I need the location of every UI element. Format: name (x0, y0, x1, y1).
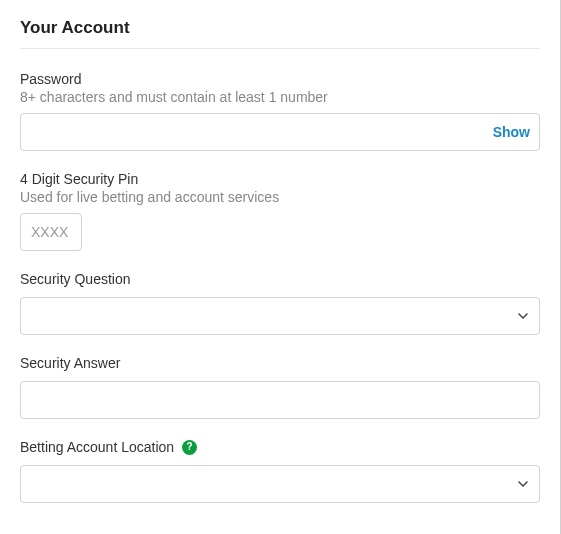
pin-group: 4 Digit Security Pin Used for live betti… (20, 171, 540, 251)
password-group: Password 8+ characters and must contain … (20, 71, 540, 151)
password-label: Password (20, 71, 540, 87)
betting-location-select-wrap (20, 465, 540, 503)
betting-location-group: Betting Account Location ? (20, 439, 540, 503)
password-hint: 8+ characters and must contain at least … (20, 89, 540, 105)
security-question-label: Security Question (20, 271, 540, 287)
security-answer-field[interactable] (20, 381, 540, 419)
security-question-select[interactable] (20, 297, 540, 335)
section-divider (20, 48, 540, 49)
betting-location-label-row: Betting Account Location ? (20, 439, 540, 455)
pin-label: 4 Digit Security Pin (20, 171, 540, 187)
show-password-button[interactable]: Show (493, 124, 530, 140)
help-icon[interactable]: ? (182, 440, 197, 455)
pin-hint: Used for live betting and account servic… (20, 189, 540, 205)
section-title: Your Account (20, 18, 540, 38)
security-answer-label: Security Answer (20, 355, 540, 371)
betting-location-label: Betting Account Location (20, 439, 174, 455)
security-question-group: Security Question (20, 271, 540, 335)
pin-field[interactable] (20, 213, 82, 251)
betting-location-select[interactable] (20, 465, 540, 503)
password-input-wrap: Show (20, 113, 540, 151)
security-question-select-wrap (20, 297, 540, 335)
password-field[interactable] (20, 113, 540, 151)
security-answer-group: Security Answer (20, 355, 540, 419)
